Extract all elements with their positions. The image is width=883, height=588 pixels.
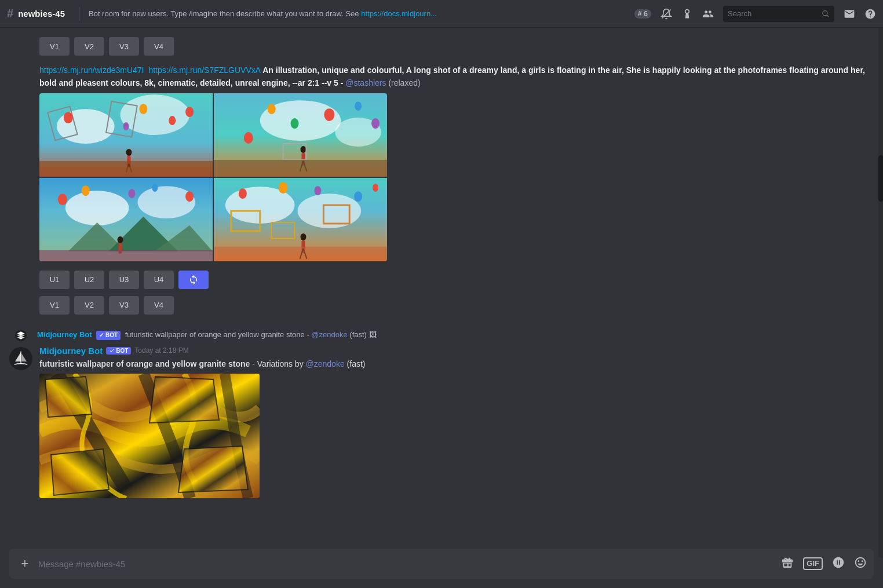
granite-title-bold: futuristic wallpaper of orange and yello…	[39, 359, 250, 368]
btn-v1-bottom[interactable]: V1	[39, 296, 70, 315]
svg-point-8	[169, 116, 176, 125]
svg-point-33	[65, 191, 129, 225]
granite-message-group: Midjourney Bot BOT Today at 2:18 PM futu…	[9, 346, 874, 503]
pin-icon[interactable]	[681, 8, 693, 20]
dream-image-1	[39, 93, 213, 177]
svg-point-22	[324, 108, 334, 121]
v-buttons-row-bottom: V1 V2 V3 V4	[39, 296, 874, 318]
btn-refresh[interactable]	[178, 271, 209, 289]
dream-image-4	[214, 178, 387, 261]
avatar-midjourney	[9, 347, 32, 370]
svg-rect-31	[214, 160, 387, 177]
inbox-icon[interactable]	[844, 8, 855, 20]
svg-marker-66	[178, 446, 248, 492]
search-bar[interactable]	[723, 6, 834, 22]
svg-point-21	[268, 104, 276, 114]
scroll-track[interactable]	[878, 28, 883, 558]
chat-area: V1 V2 V3 V4 https://s.mj.run/wizde3mU47I…	[0, 28, 883, 588]
channel-hash-icon: #	[7, 7, 13, 20]
svg-marker-63	[45, 377, 92, 417]
search-input[interactable]	[728, 9, 818, 18]
svg-point-56	[373, 184, 378, 192]
compact-text-granite: Midjourney Bot ✓ BOT futuristic wallpape…	[37, 330, 377, 340]
svg-point-55	[354, 191, 362, 202]
variation-buttons-bottom: V1 V2 V3 V4	[39, 296, 874, 315]
prompt-text-block: https://s.mj.run/wizde3mU47I https://s.m…	[39, 64, 874, 90]
granite-image-container	[39, 374, 260, 498]
svg-point-39	[82, 185, 90, 196]
channel-name: newbies-45	[18, 9, 65, 19]
members-icon[interactable]	[702, 8, 714, 20]
svg-point-34	[137, 186, 195, 218]
btn-u3[interactable]: U3	[109, 271, 139, 289]
svg-rect-61	[214, 247, 387, 261]
svg-point-6	[64, 112, 73, 123]
svg-point-9	[123, 122, 129, 130]
svg-point-25	[291, 118, 299, 129]
message-bar-icons: GIF	[781, 556, 867, 572]
emoji-icon[interactable]	[854, 556, 867, 572]
main-layout: V1 V2 V3 V4 https://s.mj.run/wizde3mU47I…	[0, 28, 883, 588]
btn-u2[interactable]: U2	[74, 271, 104, 289]
svg-point-7	[139, 104, 147, 114]
compact-mention: @zendoke	[311, 330, 347, 339]
svg-point-52	[239, 188, 247, 199]
btn-v3-top[interactable]: V3	[109, 37, 139, 56]
svg-point-26	[301, 146, 307, 153]
hash-mini-icon: #	[638, 10, 642, 18]
svg-point-20	[244, 132, 253, 144]
prompt-status: (relaxed)	[388, 78, 420, 87]
svg-rect-16	[39, 167, 213, 177]
compact-message-granite: Midjourney Bot ✓ BOT futuristic wallpape…	[9, 330, 874, 341]
compact-avatar-midjourney	[15, 330, 27, 341]
upscale-buttons: U1 U2 U3 U4	[39, 271, 874, 289]
dream-image-3	[39, 178, 213, 261]
image-icon: 🖼	[369, 330, 377, 339]
gift-icon[interactable]	[781, 556, 794, 572]
dream-image-2	[214, 93, 387, 177]
help-icon[interactable]	[864, 8, 876, 20]
channel-description: Bot room for new users. Type /imagine th…	[89, 9, 630, 18]
granite-bot-badge: BOT	[106, 347, 131, 355]
svg-marker-64	[149, 377, 219, 423]
btn-v1-top[interactable]: V1	[39, 37, 70, 56]
dream-land-image-container	[39, 93, 874, 266]
btn-v2-top[interactable]: V2	[74, 37, 104, 56]
notifications-icon[interactable]	[661, 8, 672, 20]
granite-message-content: Midjourney Bot BOT Today at 2:18 PM futu…	[39, 346, 874, 503]
message-input[interactable]	[38, 559, 776, 569]
btn-v2-bottom[interactable]: V2	[74, 296, 104, 315]
svg-point-53	[279, 182, 288, 193]
btn-u4[interactable]: U4	[144, 271, 174, 289]
granite-mention: @zendoke	[306, 359, 345, 368]
granite-status: (fast)	[347, 359, 366, 368]
compact-username: Midjourney Bot	[37, 330, 92, 339]
svg-point-41	[185, 191, 194, 202]
gif-button[interactable]: GIF	[803, 557, 823, 570]
topbar-divider	[79, 7, 79, 21]
top-variation-buttons: V1 V2 V3 V4	[39, 37, 874, 56]
top-v-buttons: V1 V2 V3 V4	[39, 37, 874, 59]
member-count-badge: # 6	[634, 9, 651, 19]
u-buttons-row: U1 U2 U3 U4	[39, 271, 874, 293]
sticker-icon[interactable]	[832, 556, 845, 572]
svg-point-54	[314, 186, 321, 195]
scroll-thumb[interactable]	[878, 155, 883, 202]
btn-v3-bottom[interactable]: V3	[109, 296, 139, 315]
btn-v4-bottom[interactable]: V4	[144, 296, 174, 315]
message-bar: + GIF	[9, 549, 874, 579]
prompt-link-2[interactable]: https://s.mj.run/S7FZLGUVVxA	[148, 65, 260, 75]
svg-marker-65	[51, 449, 109, 495]
svg-point-40	[128, 189, 135, 198]
add-attachment-button[interactable]: +	[16, 555, 34, 572]
granite-message-header: Midjourney Bot BOT Today at 2:18 PM	[39, 346, 874, 356]
svg-point-24	[371, 118, 380, 129]
topbar: # newbies-45 Bot room for new users. Typ…	[0, 0, 883, 28]
docs-link[interactable]: https://docs.midjourn...	[361, 9, 437, 18]
btn-v4-top[interactable]: V4	[144, 37, 174, 56]
prompt-link-1[interactable]: https://s.mj.run/wizde3mU47I	[39, 65, 144, 75]
svg-point-10	[185, 107, 194, 117]
dream-land-image-grid	[39, 93, 387, 261]
granite-username: Midjourney Bot	[39, 346, 103, 356]
btn-u1[interactable]: U1	[39, 271, 70, 289]
